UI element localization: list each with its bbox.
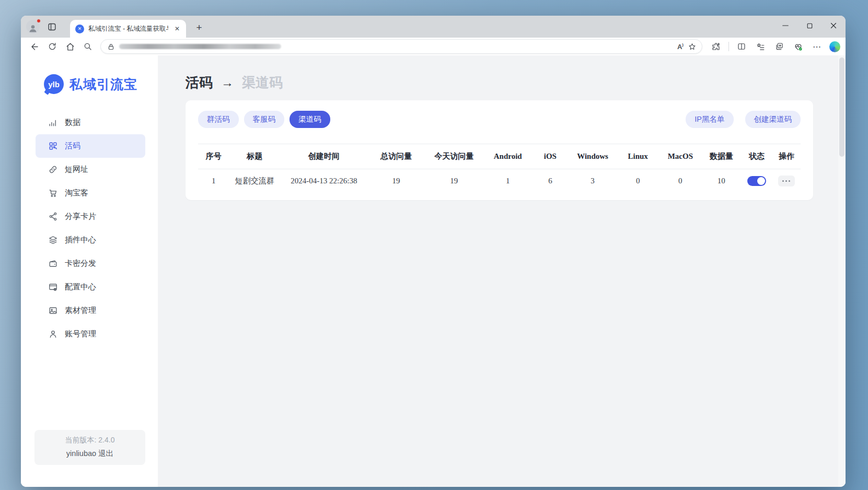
chart-bars-icon [48,118,58,127]
col-header-macos: MacOS [659,144,701,169]
sidebar-item-material-management[interactable]: 素材管理 [36,299,145,322]
table-row: 1 短剧交流群 2024-04-13 22:26:38 19 19 1 6 3 … [198,169,801,193]
sidebar-item-plugin-center[interactable]: 插件中心 [36,228,145,252]
sidebar: ylb 私域引流宝 数据 活码 短网址 淘宝客 [21,55,158,487]
breadcrumb-target: 渠道码 [242,73,283,92]
card-toolbar: 群活码 客服码 渠道码 IP黑名单 创建渠道码 [198,111,801,128]
sidebar-item-label: 分享卡片 [65,212,96,221]
sidebar-item-account-management[interactable]: 账号管理 [36,322,145,346]
sidebar-item-label: 素材管理 [65,306,96,316]
tab-service-code[interactable]: 客服码 [244,111,285,128]
cell-windows: 3 [569,169,617,193]
browser-essentials-icon[interactable] [790,39,806,54]
lock-icon [107,43,115,51]
cell-index: 1 [198,169,229,193]
logo-text: 私域引流宝 [70,76,137,93]
sidebar-item-label: 淘宝客 [65,188,88,198]
page-content: ylb 私域引流宝 数据 活码 短网址 淘宝客 [21,55,846,487]
sidebar-item-label: 活码 [65,141,80,151]
extensions-icon[interactable] [708,39,724,54]
cell-total-visits: 19 [368,169,424,193]
cell-today-visits: 19 [424,169,484,193]
sidebar-nav: 数据 活码 短网址 淘宝客 分享卡片 [21,111,158,346]
col-header-windows: Windows [569,144,617,169]
share-icon [48,212,58,221]
tab-title: 私域引流宝 - 私域流量获取与维护 [88,25,168,33]
breadcrumb-current[interactable]: 活码 [186,73,213,92]
cell-android: 1 [484,169,532,193]
maximize-button[interactable] [797,16,821,36]
home-icon[interactable] [62,39,78,54]
sidebar-item-config-center[interactable]: 配置中心 [36,275,145,299]
tab-close-icon[interactable]: ✕ [172,24,182,33]
tab-channel-code[interactable]: 渠道码 [290,111,330,128]
scrollbar-thumb[interactable] [839,57,844,157]
copilot-icon[interactable] [829,41,840,52]
sidebar-item-label: 插件中心 [65,235,96,245]
col-header-actions: 操作 [772,144,801,169]
cell-created: 2024-04-13 22:26:38 [280,169,368,193]
cell-linux: 0 [617,169,659,193]
window-controls [773,16,846,36]
row-actions-button[interactable] [778,176,795,186]
browser-window: ✕ 私域引流宝 - 私域流量获取与维护 ✕ + [21,16,846,487]
breadcrumb-arrow-icon: → [221,73,234,92]
image-icon [48,306,58,316]
address-bar[interactable]: A) [100,39,702,54]
back-icon[interactable] [26,39,43,54]
new-tab-button[interactable]: + [192,21,206,34]
ip-blacklist-button[interactable]: IP黑名单 [686,111,733,128]
sidebar-item-label: 短网址 [65,165,88,174]
split-screen-icon[interactable] [733,39,750,54]
favorites-list-icon[interactable] [752,39,769,54]
cell-data-count: 10 [701,169,741,193]
close-button[interactable] [821,16,846,36]
version-label: 当前版本: 2.4.0 [34,436,145,445]
user-icon [48,329,58,339]
qr-grid-icon [48,141,58,151]
read-aloud-icon[interactable]: A) [677,43,684,51]
sidebar-item-taobao[interactable]: 淘宝客 [36,181,145,205]
sidebar-item-data[interactable]: 数据 [36,111,145,134]
create-channel-code-button[interactable]: 创建渠道码 [745,111,801,128]
sidebar-item-short-url[interactable]: 短网址 [36,158,145,181]
browser-toolbar: A) ⋯ [21,38,846,55]
cell-ios: 6 [532,169,569,193]
col-header-status: 状态 [741,144,772,169]
col-header-android: Android [484,144,532,169]
more-menu-icon[interactable]: ⋯ [808,39,825,54]
search-icon[interactable] [79,39,96,54]
minimize-button[interactable] [773,16,797,36]
sidebar-item-label: 卡密分发 [65,259,96,269]
col-header-today-visits: 今天访问量 [424,144,484,169]
table-header-row: 序号 标题 创建时间 总访问量 今天访问量 Android iOS Window… [198,144,801,169]
col-header-linux: Linux [617,144,659,169]
cart-icon [48,188,58,198]
url-redacted-text [119,44,281,49]
layers-icon [48,235,58,245]
refresh-icon[interactable] [44,39,61,54]
channel-code-table: 序号 标题 创建时间 总访问量 今天访问量 Android iOS Window… [198,144,801,193]
channel-code-card: 群活码 客服码 渠道码 IP黑名单 创建渠道码 [186,100,813,200]
desktop: { "browser": { "tab_title": "私域引流宝 - 私域流… [0,0,868,490]
version-box: 当前版本: 2.4.0 yinliubao 退出 [34,430,145,465]
page-scrollbar[interactable] [838,55,846,487]
favorite-star-icon[interactable] [688,42,697,51]
account-logout[interactable]: yinliubao 退出 [34,449,145,459]
sidebar-item-label: 数据 [65,118,80,127]
col-header-index: 序号 [198,144,229,169]
tab-group-live-code[interactable]: 群活码 [198,111,239,128]
col-header-title: 标题 [229,144,280,169]
cell-title: 短剧交流群 [229,169,280,193]
logo-bubble-icon: ylb [44,74,64,94]
col-header-created: 创建时间 [280,144,368,169]
collections-icon[interactable] [771,39,788,54]
status-toggle[interactable] [747,176,766,186]
profile-avatar[interactable] [26,20,40,33]
sidebar-item-share-card[interactable]: 分享卡片 [36,205,145,228]
sidebar-item-card-distribution[interactable]: 卡密分发 [36,252,145,275]
browser-tab[interactable]: ✕ 私域引流宝 - 私域流量获取与维护 ✕ [70,20,186,38]
tab-actions-icon[interactable] [44,19,60,34]
settings-window-icon [48,282,58,292]
sidebar-item-live-code[interactable]: 活码 [36,134,145,158]
